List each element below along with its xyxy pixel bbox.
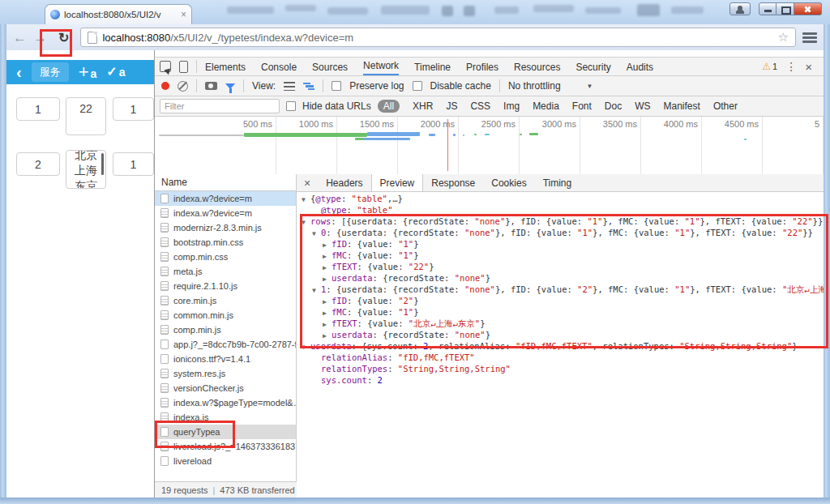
tab-sources[interactable]: Sources [312,58,348,75]
request-row[interactable]: meta.js [155,264,296,279]
clear-icon[interactable] [178,81,188,92]
filter-type-img[interactable]: Img [503,100,520,112]
app-service-button[interactable]: 服务 [32,62,69,82]
screenshot-camera-icon[interactable] [205,82,217,90]
app-cell-r1c1[interactable]: 1 [16,97,60,121]
name-column-header[interactable]: Name [155,174,296,191]
request-row[interactable]: system.res.js [155,366,296,381]
tab-close-icon[interactable]: × [181,10,186,19]
detail-tab-cookies[interactable]: Cookies [483,174,534,191]
tree-line[interactable]: ▶fID: {value: "2"} [297,295,824,306]
tree-line[interactable]: ▶fMC: {value: "1"} [297,306,824,318]
request-row[interactable]: require.2.1.10.js [155,279,296,293]
tree-line[interactable]: relationAlias: "fID,fMC,fTEXT" [297,352,824,363]
tree-open-icon[interactable]: ▼ [302,194,310,206]
app-cell-r1c2[interactable]: 22 [66,97,106,135]
request-row[interactable]: modernizr-2.8.3.min.js [155,220,296,235]
device-toolbar-icon[interactable] [179,61,188,73]
filter-funnel-icon[interactable] [225,83,235,89]
tab-network[interactable]: Network [363,58,399,75]
app-cell-r2c1[interactable]: 2 [16,152,60,176]
app-confirm-button[interactable]: ✓ a [106,66,125,79]
devtools-menu-icon[interactable]: ⋮ [785,60,797,73]
tree-line[interactable]: ▼userdata: {sys.count: 2, relationAlias:… [297,340,824,352]
disable-cache-checkbox[interactable] [413,81,422,91]
tab-timeline[interactable]: Timeline [414,58,451,75]
throttling-select[interactable]: No throttling [508,80,561,92]
tree-line[interactable]: ▼0: {userdata: {recordState: "none"}, fI… [297,227,824,238]
tree-line[interactable]: ▶fID: {value: "1"} [297,238,824,250]
tree-open-icon[interactable]: ▼ [302,342,310,353]
tree-line[interactable]: ▶fMC: {value: "1"} [297,250,824,261]
network-overview-timeline[interactable]: 500 ms1000 ms1500 ms2000 ms2500 ms3000 m… [155,117,824,175]
tree-open-icon[interactable]: ▼ [302,217,310,229]
tree-open-icon[interactable]: ▼ [312,285,321,297]
filter-type-ws[interactable]: WS [635,100,650,112]
tab-audits[interactable]: Audits [627,58,653,75]
tree-line[interactable]: ▶userdata: {recordState: "none"} [297,272,824,284]
filter-type-manifest[interactable]: Manifest [664,100,700,112]
bookmark-star-icon[interactable]: ☆ [778,30,789,45]
tab-elements[interactable]: Elements [205,58,246,75]
chrome-menu-icon[interactable] [802,32,817,43]
filter-type-font[interactable]: Font [572,100,592,112]
view-list-icon[interactable] [284,82,295,91]
detail-tab-headers[interactable]: Headers [318,174,370,191]
request-row[interactable]: indexa.w?device=m [155,206,296,220]
filter-type-media[interactable]: Media [533,100,559,112]
view-waterfall-icon[interactable] [303,82,314,91]
tree-line[interactable]: ▼1: {userdata: {recordState: "none"}, fI… [297,284,824,295]
warning-badge[interactable]: ⚠1 [762,61,777,72]
browser-tab[interactable]: localhost:8080/x5/UI2/v × [45,4,192,24]
hide-data-urls-checkbox[interactable] [286,101,296,111]
app-cell-r2c3[interactable]: 1 [113,152,154,176]
inspect-element-icon[interactable] [160,61,171,72]
request-row[interactable]: queryTypea [155,425,296,439]
panel-close-icon[interactable]: × [297,174,318,191]
detail-tab-response[interactable]: Response [423,174,483,191]
minimize-button[interactable] [759,2,777,15]
request-row[interactable]: common.min.js [155,308,296,322]
address-bar[interactable]: localhost:8080/x5/UI2/v_/typetest/indexa… [80,28,796,47]
tree-line[interactable]: sys.count: 2 [297,374,824,386]
request-row[interactable]: livereload [155,454,296,468]
tree-line[interactable]: ▼rows: [{userdata: {recordState: "none"}… [297,216,824,227]
request-row[interactable]: bootstrap.min.css [155,235,296,250]
record-icon[interactable] [161,82,169,90]
tree-open-icon[interactable]: ▼ [312,229,321,240]
textarea-scrollbar[interactable] [101,153,104,175]
preserve-log-checkbox[interactable] [332,81,341,91]
detail-tab-preview[interactable]: Preview [371,174,424,191]
request-row[interactable]: indexa.js [155,410,296,425]
tree-line[interactable]: @type: "table" [297,204,824,216]
request-row[interactable]: versionChecker.js [155,381,296,395]
filter-type-other[interactable]: Other [713,100,738,112]
reload-icon[interactable]: ↻ [53,30,74,45]
request-row[interactable]: comp.min.css [155,250,296,264]
request-row[interactable]: livereload.js?_=1463733361837 [155,439,296,454]
app-back-chevron-icon[interactable]: ‹ [16,64,22,80]
app-cell-r2c2-textarea[interactable]: 北京 上海 东京 [66,150,106,189]
profile-button[interactable] [729,2,751,15]
tab-resources[interactable]: Resources [514,58,560,75]
close-window-button[interactable] [794,2,822,15]
request-row[interactable]: core.min.js [155,293,296,308]
tab-profiles[interactable]: Profiles [466,58,498,75]
tree-line[interactable]: ▶fTEXT: {value: "北京↵上海↵东京"} [297,318,824,329]
filter-type-doc[interactable]: Doc [605,100,622,112]
tree-line[interactable]: relationTypes: "String,String,String" [297,363,824,374]
request-row[interactable]: indexa.w?$pageType=model&… [155,395,296,410]
tree-line[interactable]: ▶fTEXT: {value: "22"} [297,261,824,272]
filter-type-xhr[interactable]: XHR [413,100,433,112]
request-row[interactable]: app.j?_=8dcc7b9b-7c00-2787-f… [155,337,296,352]
tab-security[interactable]: Security [575,58,610,75]
request-row[interactable]: indexa.w?device=m [155,191,296,206]
devtools-close-icon[interactable]: × [805,61,812,73]
filter-type-all[interactable]: All [378,100,400,113]
back-icon[interactable]: ← [13,31,27,45]
maximize-button[interactable] [777,2,794,15]
tree-line[interactable]: ▶userdata: {recordState: "none"} [297,329,824,340]
filter-type-css[interactable]: CSS [470,100,490,112]
request-row[interactable]: comp.min.js [155,322,296,337]
app-cell-r1c3[interactable]: 1 [113,97,154,121]
